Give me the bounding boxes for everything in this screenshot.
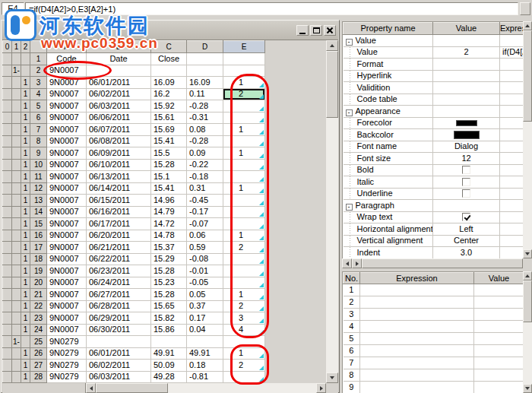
cell-d9[interactable]: 0.09 (187, 147, 223, 160)
row-number-27[interactable]: 27 (30, 360, 47, 372)
row-number-1[interactable]: 1 (30, 53, 47, 65)
cell-b25[interactable] (87, 336, 151, 348)
cell-d27[interactable]: 0.18 (187, 360, 223, 372)
prop-scroll-right-button[interactable] (352, 258, 362, 268)
row-number-8[interactable]: 8 (30, 135, 47, 147)
property-value-value[interactable]: 2 (433, 46, 500, 59)
band-level-0-cell[interactable] (3, 159, 12, 171)
property-expression-format[interactable] (500, 59, 524, 71)
band-level-0-cell[interactable] (3, 53, 12, 65)
cell-b20[interactable]: 06/24/2011 (87, 277, 151, 289)
cell-d18[interactable]: -0.08 (187, 253, 223, 265)
value-cell-8[interactable] (474, 369, 524, 382)
property-value-indent[interactable]: 3.0 (433, 247, 500, 259)
cell-e6[interactable] (223, 112, 265, 124)
band-level-0-cell[interactable] (3, 171, 12, 183)
band-level-0-cell[interactable] (3, 300, 12, 312)
band-level-1-cell[interactable] (12, 100, 21, 113)
cell-c15[interactable]: 14.72 (151, 218, 187, 230)
cell-d5[interactable]: -0.28 (187, 100, 223, 113)
cell-e18[interactable] (223, 253, 265, 265)
band-level-2-cell[interactable]: 1 (21, 312, 30, 325)
band-level-1-cell[interactable] (12, 135, 21, 147)
property-name-hyperlink[interactable]: Hyperlink (344, 70, 433, 82)
band-level-2-cell[interactable]: 1 (21, 77, 30, 89)
property-name-format[interactable]: Format (344, 59, 433, 71)
cell-c23[interactable]: 15.82 (151, 312, 187, 325)
band-level-1-cell[interactable] (12, 195, 21, 207)
underline-checkbox[interactable] (462, 189, 470, 198)
cell-a4[interactable]: 9N0007 (47, 88, 87, 100)
row-number-15[interactable]: 15 (30, 218, 47, 230)
row-number-23[interactable]: 23 (30, 312, 47, 325)
row-number-3[interactable]: 3 (30, 77, 47, 89)
expression-cell-5[interactable] (360, 333, 474, 345)
property-name-forecolor[interactable]: Forecolor (344, 117, 433, 129)
cell-a16[interactable]: 9N0007 (47, 230, 87, 242)
cell-b27[interactable]: 06/02/2011 (87, 360, 151, 372)
cell-a20[interactable]: 9N0007 (47, 277, 87, 289)
property-name-value[interactable]: Value (344, 46, 433, 59)
cell-c5[interactable]: 15.92 (151, 100, 187, 113)
cell-a23[interactable]: 9N0007 (47, 312, 87, 325)
expression-row-number-1[interactable]: 1 (344, 284, 360, 296)
cell-b15[interactable]: 06/17/2011 (87, 218, 151, 230)
expression-cell-3[interactable] (360, 309, 474, 321)
band-level-1-cell[interactable] (12, 347, 21, 360)
property-expression-italic[interactable] (500, 176, 524, 189)
cell-b5[interactable]: 06/03/2011 (87, 100, 151, 113)
cell-a6[interactable]: 9N0007 (47, 112, 87, 124)
band-level-2-cell[interactable]: 1 (21, 324, 30, 336)
band-level-1-cell[interactable] (12, 159, 21, 171)
cell-d8[interactable]: -0.28 (187, 135, 223, 147)
band-level-1-cell[interactable] (12, 371, 21, 383)
cell-b23[interactable]: 06/29/2011 (87, 312, 151, 325)
band-level-2-cell[interactable]: 1 (21, 371, 30, 383)
band-level-2-cell[interactable]: 1 (21, 230, 30, 242)
cell-a19[interactable]: 9N0007 (47, 265, 87, 277)
cell-c19[interactable]: 15.28 (151, 265, 187, 277)
cell-e26[interactable]: 1 (223, 347, 265, 360)
cell-reference-box[interactable]: E4 (2, 2, 24, 15)
cell-c22[interactable]: 15.65 (151, 300, 187, 312)
band-level-2-cell[interactable]: 1 (21, 300, 30, 312)
cell-a15[interactable]: 9N0007 (47, 218, 87, 230)
cell-a5[interactable]: 9N0007 (47, 100, 87, 113)
property-expression-forecolor[interactable] (500, 117, 524, 129)
property-expression-wrap-text[interactable] (500, 211, 524, 223)
property-value-font-size[interactable]: 12 (433, 153, 500, 165)
cell-d22[interactable]: 0.37 (187, 300, 223, 312)
band-level-0-cell[interactable] (3, 182, 12, 195)
cell-d25[interactable] (187, 336, 223, 348)
prop-scroll-up-button[interactable] (523, 21, 532, 30)
expression-row-number-3[interactable]: 3 (344, 309, 360, 321)
cell-e10[interactable] (223, 159, 265, 171)
property-expression-paragraph[interactable] (500, 200, 524, 212)
cell-b16[interactable]: 06/20/2011 (87, 230, 151, 242)
band-level-0-cell[interactable] (3, 88, 12, 100)
band-level-0-cell[interactable] (3, 360, 12, 372)
cell-c20[interactable]: 15.23 (151, 277, 187, 289)
expression-cell-6[interactable] (360, 345, 474, 357)
cell-e8[interactable] (223, 135, 265, 147)
band-level-0-cell[interactable] (3, 100, 12, 113)
cell-e28[interactable] (223, 371, 265, 383)
band-level-1-cell[interactable] (12, 53, 21, 65)
row-number-17[interactable]: 17 (30, 242, 47, 254)
value-cell-4[interactable] (474, 321, 524, 333)
property-expression-backcolor[interactable] (500, 129, 524, 141)
cell-e4[interactable]: 2 (223, 88, 265, 100)
band-level-1-cell[interactable] (12, 218, 21, 230)
cell-a25[interactable]: 9N0279 (47, 336, 87, 348)
band-level-0-cell[interactable] (3, 277, 12, 289)
cell-c26[interactable]: 49.91 (151, 347, 187, 360)
band-level-1-cell[interactable] (12, 124, 21, 136)
band-level-0-cell[interactable] (3, 135, 12, 147)
band-level-1-cell[interactable] (12, 277, 21, 289)
cell-a9[interactable]: 9N0007 (47, 147, 87, 160)
row-number-20[interactable]: 20 (30, 277, 47, 289)
band-level-2-cell[interactable]: 1 (21, 360, 30, 372)
cell-e15[interactable] (223, 218, 265, 230)
row-number-26[interactable]: 26 (30, 347, 47, 360)
cell-c9[interactable]: 15.5 (151, 147, 187, 160)
